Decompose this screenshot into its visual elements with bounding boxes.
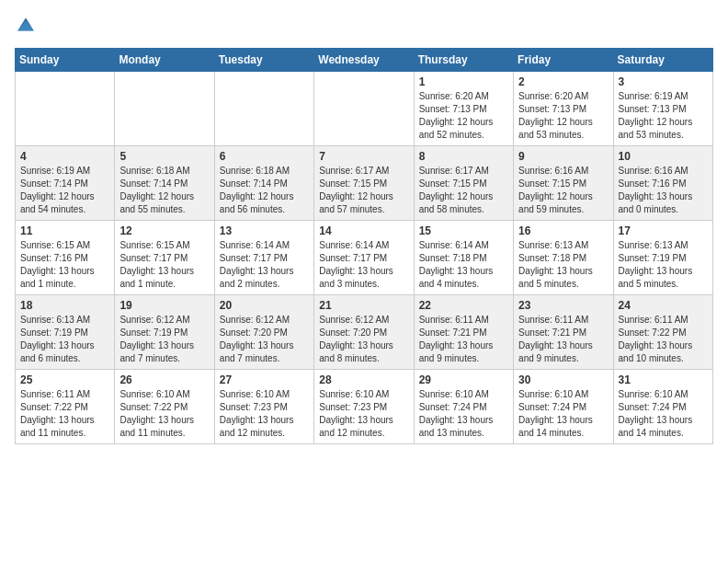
day-number: 14 (319, 224, 408, 237)
day-info: Sunrise: 6:13 AM Sunset: 7:19 PM Dayligh… (20, 314, 109, 365)
calendar-day-cell: 21Sunrise: 6:12 AM Sunset: 7:20 PM Dayli… (314, 295, 414, 370)
calendar-day-cell: 5Sunrise: 6:18 AM Sunset: 7:14 PM Daylig… (115, 146, 214, 221)
calendar-week-row: 11Sunrise: 6:15 AM Sunset: 7:16 PM Dayli… (16, 221, 713, 295)
day-info: Sunrise: 6:18 AM Sunset: 7:14 PM Dayligh… (119, 165, 209, 216)
calendar-day-cell: 20Sunrise: 6:12 AM Sunset: 7:20 PM Dayli… (214, 295, 313, 370)
day-info: Sunrise: 6:11 AM Sunset: 7:21 PM Dayligh… (518, 314, 608, 365)
calendar-day-cell: 17Sunrise: 6:13 AM Sunset: 7:19 PM Dayli… (613, 221, 712, 295)
calendar-day-cell: 19Sunrise: 6:12 AM Sunset: 7:19 PM Dayli… (115, 295, 214, 370)
day-number: 13 (220, 224, 309, 237)
day-info: Sunrise: 6:12 AM Sunset: 7:20 PM Dayligh… (319, 314, 408, 365)
svg-marker-1 (17, 20, 34, 30)
day-info: Sunrise: 6:12 AM Sunset: 7:20 PM Dayligh… (220, 314, 309, 365)
calendar-day-cell: 14Sunrise: 6:14 AM Sunset: 7:17 PM Dayli… (314, 221, 414, 295)
day-number: 20 (220, 299, 309, 312)
day-number: 30 (518, 373, 608, 386)
day-number: 16 (518, 224, 608, 237)
day-of-week-header: Sunday (16, 49, 115, 72)
day-number: 10 (619, 150, 708, 163)
day-number: 17 (619, 224, 708, 237)
day-number: 23 (518, 299, 608, 312)
day-info: Sunrise: 6:18 AM Sunset: 7:14 PM Dayligh… (220, 165, 309, 216)
calendar-day-cell: 15Sunrise: 6:14 AM Sunset: 7:18 PM Dayli… (414, 221, 513, 295)
calendar-day-cell: 26Sunrise: 6:10 AM Sunset: 7:22 PM Dayli… (115, 370, 214, 444)
day-number: 28 (319, 373, 408, 386)
day-info: Sunrise: 6:13 AM Sunset: 7:19 PM Dayligh… (619, 239, 708, 291)
calendar-day-cell: 13Sunrise: 6:14 AM Sunset: 7:17 PM Dayli… (214, 221, 313, 295)
day-number: 11 (20, 224, 109, 237)
day-number: 24 (619, 299, 708, 312)
day-info: Sunrise: 6:10 AM Sunset: 7:22 PM Dayligh… (119, 388, 209, 440)
day-of-week-header: Monday (115, 49, 214, 72)
day-number: 25 (20, 373, 109, 386)
calendar-week-row: 1Sunrise: 6:20 AM Sunset: 7:13 PM Daylig… (16, 72, 713, 146)
calendar-day-cell: 23Sunrise: 6:11 AM Sunset: 7:21 PM Dayli… (514, 295, 613, 370)
day-info: Sunrise: 6:11 AM Sunset: 7:22 PM Dayligh… (619, 314, 708, 365)
calendar-day-cell: 28Sunrise: 6:10 AM Sunset: 7:23 PM Dayli… (314, 370, 414, 444)
day-info: Sunrise: 6:17 AM Sunset: 7:15 PM Dayligh… (319, 165, 408, 216)
logo-icon (15, 15, 37, 37)
calendar-day-cell: 7Sunrise: 6:17 AM Sunset: 7:15 PM Daylig… (314, 146, 414, 221)
day-info: Sunrise: 6:10 AM Sunset: 7:23 PM Dayligh… (220, 388, 309, 440)
calendar-day-cell: 18Sunrise: 6:13 AM Sunset: 7:19 PM Dayli… (16, 295, 115, 370)
calendar-week-row: 4Sunrise: 6:19 AM Sunset: 7:14 PM Daylig… (16, 146, 713, 221)
day-number: 21 (319, 299, 408, 312)
day-number: 19 (119, 299, 209, 312)
day-of-week-header: Friday (514, 49, 613, 72)
day-info: Sunrise: 6:19 AM Sunset: 7:13 PM Dayligh… (619, 90, 708, 142)
day-info: Sunrise: 6:15 AM Sunset: 7:16 PM Dayligh… (20, 239, 109, 291)
calendar-day-cell (16, 72, 115, 146)
day-info: Sunrise: 6:16 AM Sunset: 7:15 PM Dayligh… (518, 165, 608, 216)
day-of-week-header: Wednesday (314, 49, 414, 72)
calendar-week-row: 18Sunrise: 6:13 AM Sunset: 7:19 PM Dayli… (16, 295, 713, 370)
day-info: Sunrise: 6:13 AM Sunset: 7:18 PM Dayligh… (518, 239, 608, 291)
day-info: Sunrise: 6:20 AM Sunset: 7:13 PM Dayligh… (419, 90, 508, 142)
day-info: Sunrise: 6:17 AM Sunset: 7:15 PM Dayligh… (419, 165, 508, 216)
day-info: Sunrise: 6:14 AM Sunset: 7:17 PM Dayligh… (220, 239, 309, 291)
day-number: 2 (518, 75, 608, 88)
day-number: 31 (619, 373, 708, 386)
day-info: Sunrise: 6:10 AM Sunset: 7:24 PM Dayligh… (619, 388, 708, 440)
day-number: 7 (319, 150, 408, 163)
day-number: 12 (119, 224, 209, 237)
day-number: 1 (419, 75, 508, 88)
calendar-day-cell: 16Sunrise: 6:13 AM Sunset: 7:18 PM Dayli… (514, 221, 613, 295)
day-of-week-header: Thursday (414, 49, 513, 72)
calendar-day-cell: 22Sunrise: 6:11 AM Sunset: 7:21 PM Dayli… (414, 295, 513, 370)
day-number: 9 (518, 150, 608, 163)
day-number: 6 (220, 150, 309, 163)
day-info: Sunrise: 6:11 AM Sunset: 7:21 PM Dayligh… (419, 314, 508, 365)
day-info: Sunrise: 6:10 AM Sunset: 7:24 PM Dayligh… (518, 388, 608, 440)
calendar-day-cell (214, 72, 313, 146)
day-number: 26 (119, 373, 209, 386)
day-number: 15 (419, 224, 508, 237)
calendar-day-cell: 6Sunrise: 6:18 AM Sunset: 7:14 PM Daylig… (214, 146, 313, 221)
calendar-day-cell: 2Sunrise: 6:20 AM Sunset: 7:13 PM Daylig… (514, 72, 613, 146)
page-header (15, 15, 713, 37)
day-number: 27 (220, 373, 309, 386)
calendar-day-cell: 29Sunrise: 6:10 AM Sunset: 7:24 PM Dayli… (414, 370, 513, 444)
day-number: 5 (119, 150, 209, 163)
calendar-day-cell: 11Sunrise: 6:15 AM Sunset: 7:16 PM Dayli… (16, 221, 115, 295)
day-number: 29 (419, 373, 508, 386)
day-number: 18 (20, 299, 109, 312)
day-info: Sunrise: 6:20 AM Sunset: 7:13 PM Dayligh… (518, 90, 608, 142)
calendar-header-row: SundayMondayTuesdayWednesdayThursdayFrid… (16, 49, 713, 72)
day-info: Sunrise: 6:19 AM Sunset: 7:14 PM Dayligh… (20, 165, 109, 216)
day-number: 22 (419, 299, 508, 312)
calendar-day-cell: 10Sunrise: 6:16 AM Sunset: 7:16 PM Dayli… (613, 146, 712, 221)
calendar-day-cell: 30Sunrise: 6:10 AM Sunset: 7:24 PM Dayli… (514, 370, 613, 444)
day-info: Sunrise: 6:10 AM Sunset: 7:23 PM Dayligh… (319, 388, 408, 440)
calendar-day-cell: 3Sunrise: 6:19 AM Sunset: 7:13 PM Daylig… (613, 72, 712, 146)
calendar-day-cell: 24Sunrise: 6:11 AM Sunset: 7:22 PM Dayli… (613, 295, 712, 370)
day-info: Sunrise: 6:14 AM Sunset: 7:18 PM Dayligh… (419, 239, 508, 291)
day-info: Sunrise: 6:15 AM Sunset: 7:17 PM Dayligh… (119, 239, 209, 291)
day-info: Sunrise: 6:16 AM Sunset: 7:16 PM Dayligh… (619, 165, 708, 216)
calendar-table: SundayMondayTuesdayWednesdayThursdayFrid… (15, 48, 713, 444)
day-info: Sunrise: 6:12 AM Sunset: 7:19 PM Dayligh… (119, 314, 209, 365)
calendar-day-cell: 1Sunrise: 6:20 AM Sunset: 7:13 PM Daylig… (414, 72, 513, 146)
calendar-day-cell (115, 72, 214, 146)
day-number: 4 (20, 150, 109, 163)
calendar-day-cell: 31Sunrise: 6:10 AM Sunset: 7:24 PM Dayli… (613, 370, 712, 444)
day-info: Sunrise: 6:14 AM Sunset: 7:17 PM Dayligh… (319, 239, 408, 291)
